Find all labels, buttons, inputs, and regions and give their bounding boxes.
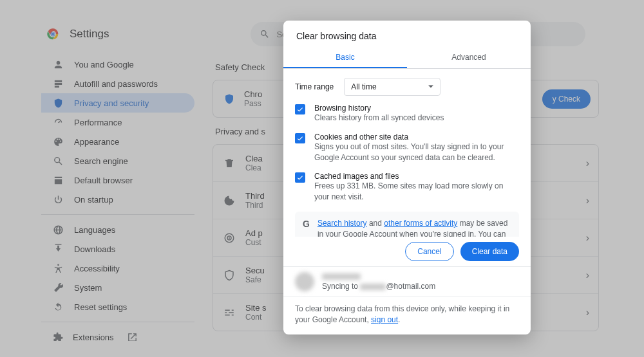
check-title: Cookies and other site data xyxy=(314,133,519,142)
sidebar-item-label: Default browser xyxy=(74,176,133,185)
account-name-blurred xyxy=(322,273,361,280)
search-icon xyxy=(53,156,64,167)
row-desc: Safe xyxy=(245,275,265,284)
row-desc: Cust xyxy=(245,238,263,247)
checkbox-checked-icon[interactable] xyxy=(295,133,305,143)
sidebar-item-label: Appearance xyxy=(74,137,119,147)
cookie-icon xyxy=(223,195,235,206)
check-desc: Signs you out of most sites. You'll stay… xyxy=(314,142,519,163)
sidebar-item-label: Reset settings xyxy=(74,302,127,312)
row-title: Ad p xyxy=(245,228,263,238)
checkbox-checked-icon[interactable] xyxy=(295,172,305,183)
performance-icon xyxy=(53,117,64,128)
cancel-button[interactable]: Cancel xyxy=(405,242,453,261)
link-search-history[interactable]: Search history xyxy=(317,219,367,228)
tune-icon xyxy=(223,307,235,318)
download-icon xyxy=(53,244,64,255)
clear-browsing-data-dialog: Clear browsing data Basic Advanced Time … xyxy=(283,21,531,334)
info-box: G Search history and other forms of acti… xyxy=(295,212,519,237)
person-icon xyxy=(53,59,64,70)
row-title: Secu xyxy=(245,266,265,275)
browser-icon xyxy=(53,175,64,186)
account-sync-row: Syncing to @hotmail.com xyxy=(283,266,531,297)
sidebar-item-accessibility[interactable]: Accessibility xyxy=(41,259,194,278)
checkbox-row-browsing-history[interactable]: Browsing historyClears history from all … xyxy=(295,104,519,124)
accessibility-icon xyxy=(53,263,64,274)
chrome-logo-icon xyxy=(46,28,59,41)
sidebar-item-you-and-google[interactable]: You and Google xyxy=(41,55,194,74)
time-range-value: All time xyxy=(351,82,376,91)
clear-data-button[interactable]: Clear data xyxy=(460,242,519,261)
row-desc: Cont xyxy=(245,313,267,322)
link-other-activity[interactable]: other forms of activity xyxy=(384,219,457,228)
chevron-right-icon: › xyxy=(586,307,589,318)
sync-prefix: Syncing to xyxy=(322,282,358,291)
sidebar-item-label: Search engine xyxy=(74,156,128,166)
check-title: Cached images and files xyxy=(314,172,519,181)
sidebar-item-search-engine[interactable]: Search engine xyxy=(41,151,194,170)
sidebar-item-default-browser[interactable]: Default browser xyxy=(41,170,194,190)
checkbox-row-cookies[interactable]: Cookies and other site dataSigns you out… xyxy=(295,133,519,163)
sidebar-item-system[interactable]: System xyxy=(41,278,194,297)
svg-point-3 xyxy=(52,33,55,36)
tab-advanced[interactable]: Advanced xyxy=(407,48,531,68)
time-range-label: Time range xyxy=(295,82,334,91)
row-title: Third xyxy=(245,191,265,201)
chevron-right-icon: › xyxy=(586,270,589,281)
safety-card-desc: Pass xyxy=(244,99,262,108)
sidebar-item-label: Privacy and security xyxy=(74,98,149,108)
chevron-right-icon: › xyxy=(586,195,589,206)
dialog-footer-note: To clear browsing data from this device … xyxy=(283,297,531,334)
dialog-tabs: Basic Advanced xyxy=(283,48,531,69)
google-g-icon: G xyxy=(303,218,310,237)
sync-suffix: @hotmail.com xyxy=(386,282,435,291)
page-title: Settings xyxy=(70,28,109,41)
account-email-blurred xyxy=(360,284,386,290)
appearance-icon xyxy=(53,136,64,147)
sidebar-item-languages[interactable]: Languages xyxy=(41,220,194,239)
sidebar-item-label: On startup xyxy=(74,195,113,205)
wrench-icon xyxy=(53,282,64,293)
sidebar-item-label: Autofill and passwords xyxy=(74,79,158,89)
autofill-icon xyxy=(53,78,64,89)
sidebar-item-autofill[interactable]: Autofill and passwords xyxy=(41,74,194,93)
row-title: Clea xyxy=(245,154,263,163)
time-range-select[interactable]: All time xyxy=(344,78,440,96)
link-sign-out[interactable]: sign out xyxy=(371,315,398,324)
shield-icon xyxy=(53,98,64,109)
dialog-title: Clear browsing data xyxy=(283,21,531,48)
sidebar-item-extensions[interactable]: Extensions xyxy=(41,327,194,341)
chevron-right-icon: › xyxy=(586,158,589,169)
safety-card-title: Chro xyxy=(244,89,262,99)
safety-check-button[interactable]: y Check xyxy=(542,89,591,109)
row-desc: Third xyxy=(245,201,265,210)
sidebar-divider xyxy=(41,214,194,215)
sidebar-item-privacy[interactable]: Privacy and security xyxy=(41,93,194,113)
chevron-right-icon: › xyxy=(586,232,589,244)
sidebar-item-label: Accessibility xyxy=(74,264,120,273)
sidebar: You and Google Autofill and passwords Pr… xyxy=(39,52,200,341)
shield-icon xyxy=(223,93,235,105)
sidebar-item-label: Performance xyxy=(74,118,122,127)
sidebar-item-label: Downloads xyxy=(74,244,115,254)
check-desc: Frees up 331 MB. Some sites may load mor… xyxy=(314,181,519,203)
sidebar-item-label: System xyxy=(74,283,102,293)
sidebar-item-label: Languages xyxy=(74,225,115,235)
sidebar-item-reset[interactable]: Reset settings xyxy=(41,297,194,316)
shield-icon xyxy=(223,270,235,281)
sidebar-item-on-startup[interactable]: On startup xyxy=(41,190,194,209)
checkbox-row-cached[interactable]: Cached images and filesFrees up 331 MB. … xyxy=(295,172,519,203)
tab-basic[interactable]: Basic xyxy=(283,48,407,68)
checkbox-checked-icon[interactable] xyxy=(295,104,305,114)
sidebar-item-downloads[interactable]: Downloads xyxy=(41,239,194,259)
row-title: Site s xyxy=(245,303,267,313)
power-icon xyxy=(53,194,64,205)
sidebar-item-performance[interactable]: Performance xyxy=(41,113,194,132)
row-desc: Clea xyxy=(245,163,263,172)
ads-icon xyxy=(223,232,235,244)
extension-icon xyxy=(53,332,64,342)
open-in-new-icon xyxy=(127,332,138,342)
check-title: Browsing history xyxy=(314,104,444,113)
sidebar-item-appearance[interactable]: Appearance xyxy=(41,132,194,151)
trash-icon xyxy=(223,158,235,169)
